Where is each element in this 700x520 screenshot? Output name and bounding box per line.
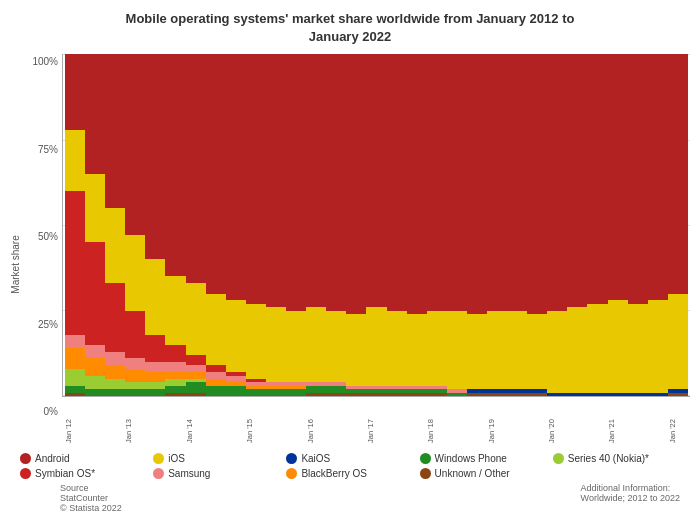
bar-segment-blackberry	[105, 365, 125, 379]
bar-group	[346, 54, 366, 396]
bar-group	[447, 54, 467, 396]
bar-segment-windowsPhone	[125, 389, 145, 396]
x-label	[587, 397, 607, 447]
bar-segment-windowsPhone	[105, 389, 125, 396]
legend-item: Series 40 (Nokia)*	[553, 453, 680, 464]
bar-group	[266, 54, 286, 396]
bar-segment-windowsPhone	[145, 389, 165, 396]
bar-segment-other	[668, 393, 688, 396]
legend-item: Android	[20, 453, 147, 464]
legend-color	[20, 468, 31, 479]
bar-segment-ios	[487, 311, 507, 390]
legend-item: Windows Phone	[420, 453, 547, 464]
x-label	[346, 397, 366, 447]
bar-segment-ios	[668, 294, 688, 390]
bar-segment-android	[547, 54, 567, 310]
bar-group	[427, 54, 447, 396]
bar-group	[186, 54, 206, 396]
bar-group	[628, 54, 648, 396]
footer: Source StatCounter © Statista 2022 Addit…	[10, 481, 690, 515]
bar-segment-android	[387, 54, 407, 310]
bar-segment-windowsPhone	[85, 389, 105, 396]
bar-segment-android	[648, 54, 668, 300]
x-label	[145, 397, 165, 447]
bar-segment-windowsPhone	[447, 393, 467, 396]
bar-segment-series40	[85, 376, 105, 390]
bar-segment-windowsPhone	[65, 386, 85, 393]
bar-segment-android	[567, 54, 587, 307]
x-label	[628, 397, 648, 447]
x-label: Jan '13	[124, 397, 144, 447]
bar-group	[165, 54, 185, 396]
bar-segment-symbian	[105, 283, 125, 351]
bar-segment-ios	[125, 235, 145, 310]
bar-segment-android	[587, 54, 607, 303]
legend-item: KaiOS	[286, 453, 413, 464]
bar-segment-android	[226, 54, 246, 300]
bar-segment-other	[387, 393, 407, 396]
bar-segment-other	[366, 393, 386, 396]
x-label	[467, 397, 487, 447]
x-label	[285, 397, 305, 447]
bar-segment-windowsPhone	[165, 386, 185, 393]
bar-segment-samsung	[186, 365, 206, 372]
x-label: Jan '21	[607, 397, 627, 447]
y-axis-label: Market share	[10, 54, 24, 447]
x-label-text: Jan '15	[245, 397, 254, 445]
bar-segment-other	[306, 393, 326, 396]
bar-group	[226, 54, 246, 396]
x-label	[507, 397, 527, 447]
bar-segment-symbian	[165, 345, 185, 362]
bar-segment-ios	[346, 314, 366, 386]
bar-segment-samsung	[145, 362, 165, 372]
x-label-text: Jan '14	[185, 397, 194, 445]
chart-right: Jan '12Jan '13Jan '14Jan '15Jan '16Jan '…	[62, 54, 690, 447]
bar-group	[547, 54, 567, 396]
bar-group	[387, 54, 407, 396]
bar-segment-android	[608, 54, 628, 300]
legend-color	[153, 468, 164, 479]
bar-segment-android	[447, 54, 467, 310]
bar-segment-android	[427, 54, 447, 310]
x-label	[104, 397, 124, 447]
bar-group	[648, 54, 668, 396]
bar-group	[407, 54, 427, 396]
y-tick-label: 25%	[38, 319, 58, 330]
bar-segment-symbian	[65, 191, 85, 334]
bar-segment-samsung	[206, 372, 226, 379]
bar-segment-symbian	[125, 311, 145, 359]
bar-group	[507, 54, 527, 396]
bar-segment-ios	[326, 311, 346, 383]
bar-segment-kaiOS	[608, 393, 628, 396]
bar-segment-ios	[65, 130, 85, 191]
legend-item: BlackBerry OS	[286, 468, 413, 479]
bar-group	[65, 54, 85, 396]
bar-segment-kaiOS	[648, 393, 668, 396]
bar-segment-samsung	[165, 362, 185, 372]
bar-group	[668, 54, 688, 396]
bar-segment-windowsPhone	[266, 389, 286, 396]
bar-segment-ios	[407, 314, 427, 386]
legend-color	[286, 453, 297, 464]
bar-segment-android	[206, 54, 226, 293]
bar-segment-other	[507, 393, 527, 396]
bar-segment-other	[487, 393, 507, 396]
bar-segment-symbian	[85, 242, 105, 344]
x-label-text: Jan '18	[426, 397, 435, 445]
bar-group	[587, 54, 607, 396]
y-tick-label: 100%	[32, 56, 58, 67]
bar-segment-samsung	[125, 358, 145, 368]
bar-segment-android	[145, 54, 165, 259]
bar-segment-other	[407, 393, 427, 396]
bar-segment-samsung	[105, 352, 125, 366]
legend-label: KaiOS	[301, 453, 330, 464]
bar-segment-ios	[226, 300, 246, 372]
bar-segment-series40	[105, 379, 125, 389]
y-tick-label: 0%	[44, 406, 58, 417]
bar-segment-ios	[266, 307, 286, 382]
source-text: Source StatCounter © Statista 2022	[60, 483, 122, 513]
bar-group	[105, 54, 125, 396]
bar-group	[125, 54, 145, 396]
x-label: Jan '16	[306, 397, 326, 447]
x-label	[84, 397, 104, 447]
